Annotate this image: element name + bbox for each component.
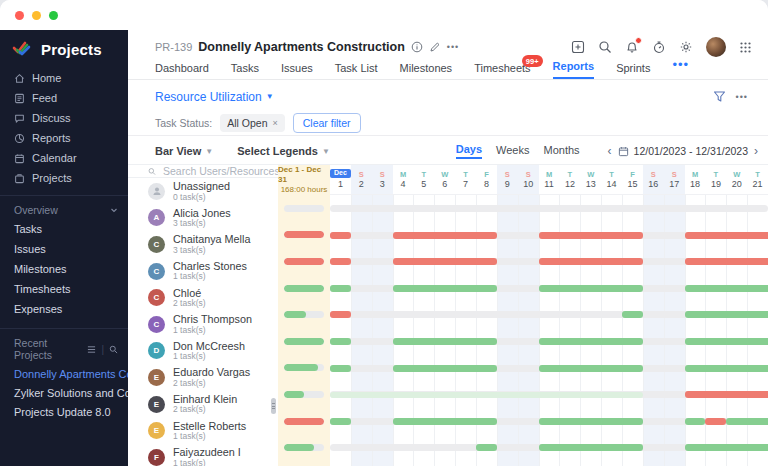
notifications-button[interactable] [625,40,639,54]
resource-row[interactable]: EEduardo Vargas2 task(s) [128,364,278,391]
global-search-button[interactable] [598,40,612,54]
resource-task-count: 1 task(s) [173,272,247,282]
allocation-bar-segment [685,232,768,239]
resource-row[interactable]: AAlicia Jones3 task(s) [128,205,278,232]
utilization-summary-pill [284,418,324,425]
resource-row[interactable]: EEinhard Klein2 task(s) [128,391,278,418]
avatar: F [148,449,165,466]
weekday-letter: S [359,170,364,179]
feed-icon [14,93,25,104]
sidebar-item-timesheets[interactable]: Timesheets [0,279,128,299]
tab-reports[interactable]: Reports [553,60,595,79]
select-legends-label: Select Legends [237,145,318,157]
resource-name: Chris Thompson [173,313,252,325]
close-window-button[interactable] [15,11,24,20]
scale-months[interactable]: Months [543,144,579,158]
date-range-label: 12/01/2023 - 12/31/2023 [634,145,748,157]
project-info-button[interactable] [411,41,423,53]
project-list-icon[interactable] [87,345,96,354]
settings-button[interactable] [679,40,693,54]
panel-scrollbar-thumb[interactable] [271,398,276,414]
resource-row[interactable]: CCharles Stones1 task(s) [128,258,278,285]
remove-filter-icon[interactable]: × [272,118,277,128]
summary-row [278,355,330,382]
recent-project-item[interactable]: Donnelly Apartments Cons [0,364,128,383]
allocation-bar-segment [705,418,726,425]
projects-icon [14,173,25,184]
day-column-header: F8 [476,165,497,194]
allocation-bar-segment [539,418,643,425]
allocation-bar-segment [330,392,643,398]
resource-row[interactable]: Unassigned0 task(s) [128,178,278,205]
task-status-chip[interactable]: All Open × [220,114,285,132]
sidebar-item-feed[interactable]: Feed [0,88,128,108]
timeline-row [330,328,768,355]
tab-timesheets[interactable]: Timesheets 99+ [474,62,530,79]
minimize-window-button[interactable] [32,11,41,20]
discuss-icon [14,113,25,124]
maximize-window-button[interactable] [49,11,58,20]
chevron-down-icon: ▼ [322,147,330,156]
project-edit-button[interactable] [429,41,441,53]
apps-grid-button[interactable] [739,41,752,54]
sidebar-item-projects[interactable]: Projects [0,168,128,188]
bar-view-dropdown[interactable]: Bar View ▼ [155,145,213,157]
user-avatar[interactable] [706,37,726,57]
timeline-row [330,381,768,408]
scale-weeks[interactable]: Weeks [496,144,529,158]
sidebar-item-issues[interactable]: Issues [0,239,128,259]
sidebar-item-reports[interactable]: Reports [0,128,128,148]
date-range-picker[interactable]: 12/01/2023 - 12/31/2023 [618,145,748,157]
resource-row[interactable]: EEstelle Roberts1 task(s) [128,417,278,444]
search-input[interactable] [163,165,278,177]
timer-button[interactable] [652,40,666,54]
resource-row[interactable]: DDon McCreesh1 task(s) [128,338,278,365]
day-column-header: T21 [747,165,768,194]
report-type-dropdown[interactable]: Resource Utilization ▼ [155,90,274,104]
sidebar-item-calendar[interactable]: Calendar [0,148,128,168]
resource-task-count: 1 task(s) [173,326,252,336]
prev-period-button[interactable]: ‹ [608,144,612,158]
app-logo[interactable]: Projects [0,30,128,68]
recent-project-item[interactable]: Projects Update 8.0 [0,402,128,421]
sidebar-item-tasks[interactable]: Tasks [0,219,128,239]
tab-milestones[interactable]: Milestones [400,62,453,79]
resource-task-count: 2 task(s) [173,379,250,389]
resource-row[interactable]: CChaitanya Mella3 task(s) [128,231,278,258]
select-legends-dropdown[interactable]: Select Legends ▼ [237,145,330,157]
allocation-bar-segment [622,311,643,318]
report-more-button[interactable]: ••• [736,92,748,102]
tab-dashboard[interactable]: Dashboard [155,62,209,79]
sidebar-item-discuss[interactable]: Discuss [0,108,128,128]
home-icon [14,73,25,84]
resource-row[interactable]: CChloé2 task(s) [128,284,278,311]
sidebar-item-expenses[interactable]: Expenses [0,299,128,319]
utilization-summary-pill [284,364,324,371]
allocation-bar-segment [330,418,351,425]
quick-add-button[interactable] [571,40,585,54]
sidebar-item-home[interactable]: Home [0,68,128,88]
tab-task-list[interactable]: Task List [335,62,378,79]
sidebar-item-milestones[interactable]: Milestones [0,259,128,279]
recent-project-item[interactable]: Zylker Solutions and Constr [0,383,128,402]
filter-icon[interactable] [713,90,726,103]
resource-row[interactable]: CChris Thompson1 task(s) [128,311,278,338]
next-period-button[interactable]: › [754,144,758,158]
sidebar-section-overview[interactable]: Overview [0,201,128,219]
tab-sprints[interactable]: Sprints [616,62,650,79]
search-projects-icon[interactable] [109,345,118,354]
sidebar-item-label: Home [32,72,61,84]
project-more-button[interactable]: ••• [447,42,459,52]
apps-grid-icon [739,41,752,54]
tab-issues[interactable]: Issues [281,62,313,79]
resource-row[interactable]: FFaiyazudeen I1 task(s) [128,444,278,466]
clear-filter-button[interactable]: Clear filter [293,113,361,133]
summary-row [278,434,330,461]
summary-row [278,381,330,408]
day-column-header: S3 [372,165,393,194]
allocation-bar-segment [330,232,351,239]
scale-days[interactable]: Days [456,143,482,159]
tabs-more-button[interactable]: ••• [672,57,689,79]
allocation-bar-segment [330,285,351,292]
tab-tasks[interactable]: Tasks [231,62,259,79]
